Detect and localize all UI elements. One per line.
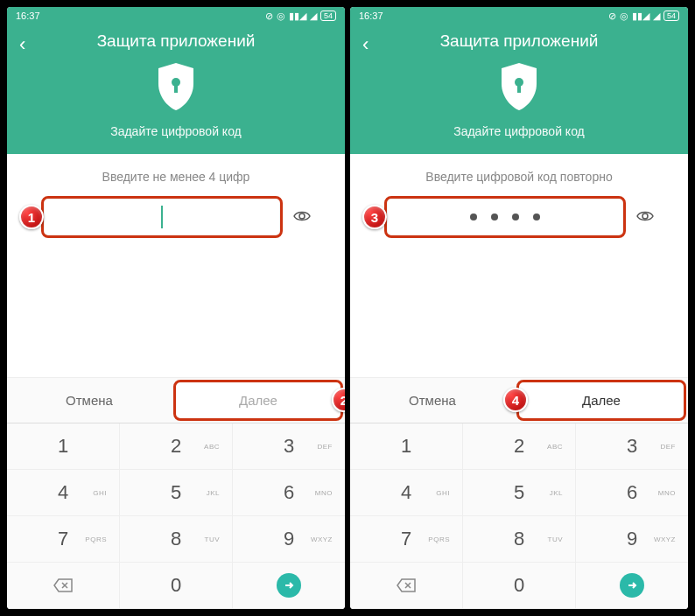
next-label: Далее: [582, 393, 621, 408]
key-9[interactable]: 9WXYZ: [576, 516, 688, 562]
signal-icon: ▮▮◢: [632, 10, 649, 22]
text-cursor: [161, 206, 163, 228]
svg-rect-1: [174, 84, 178, 93]
shield-icon: [155, 61, 197, 112]
wifi-icon: ◢: [653, 10, 660, 22]
key-4[interactable]: 4GHI: [7, 470, 120, 515]
status-icons: ⊘ ◎ ▮▮◢ ◢ 54: [608, 10, 679, 22]
back-button[interactable]: ‹: [19, 33, 25, 56]
key-row: 1 2ABC 3DEF: [350, 424, 688, 470]
phone-screen-1: 16:37 ⊘ ◎ ▮▮◢ ◢ 54 ‹ Защита приложений З…: [7, 7, 345, 609]
cancel-button[interactable]: Отмена: [7, 378, 172, 423]
key-row: 7PQRS 8TUV 9WXYZ: [7, 516, 345, 563]
svg-point-2: [299, 214, 305, 219]
key-3[interactable]: 3DEF: [233, 424, 345, 469]
header-subtitle: Задайте цифровой код: [19, 124, 333, 138]
key-1[interactable]: 1: [350, 424, 463, 469]
key-8[interactable]: 8TUV: [120, 516, 233, 562]
key-row: 4GHI 5JKL 6MNO: [350, 470, 688, 516]
pin-dot: [491, 214, 498, 220]
key-7[interactable]: 7PQRS: [350, 516, 463, 562]
signal-icon: ▮▮◢: [289, 10, 306, 22]
key-row: 1 2ABC 3DEF: [7, 424, 345, 470]
annotation-marker-1: 1: [19, 205, 44, 229]
key-5[interactable]: 5JKL: [463, 470, 576, 515]
pin-row: 1: [25, 196, 327, 238]
next-button[interactable]: 4 Далее: [516, 380, 686, 421]
key-0[interactable]: 0: [463, 563, 576, 608]
status-time: 16:37: [359, 10, 383, 21]
key-row: 0: [7, 563, 345, 609]
pin-dot: [533, 214, 540, 220]
key-2[interactable]: 2ABC: [463, 424, 576, 469]
content: Введите цифровой код повторно 3: [350, 154, 688, 254]
key-6[interactable]: 6MNO: [576, 470, 688, 515]
shield-icon: [498, 61, 540, 112]
status-time: 16:37: [16, 10, 40, 21]
prompt-text: Введите цифровой код повторно: [368, 170, 670, 184]
visibility-toggle-icon[interactable]: [636, 208, 654, 227]
pin-input[interactable]: [384, 196, 626, 238]
annotation-marker-3: 3: [362, 205, 387, 229]
keypad: 1 2ABC 3DEF 4GHI 5JKL 6MNO 7PQRS 8TUV 9W…: [350, 423, 688, 609]
svg-rect-4: [517, 84, 521, 93]
key-row: 7PQRS 8TUV 9WXYZ: [350, 516, 688, 563]
header: ‹ Защита приложений Задайте цифровой код: [350, 24, 688, 154]
key-7[interactable]: 7PQRS: [7, 516, 120, 562]
key-1[interactable]: 1: [7, 424, 120, 469]
svg-point-5: [642, 214, 648, 219]
key-9[interactable]: 9WXYZ: [233, 516, 345, 562]
dnd-icon: ◎: [620, 10, 628, 22]
content-area: Введите не менее 4 цифр 1 Отмена Далее 2: [7, 154, 345, 423]
next-button[interactable]: Далее 2: [173, 380, 343, 421]
key-8[interactable]: 8TUV: [463, 516, 576, 562]
dnd-icon: ◎: [277, 10, 285, 22]
battery-icon: 54: [320, 10, 336, 21]
content: Введите не менее 4 цифр 1: [7, 154, 345, 254]
page-title: Защита приложений: [362, 32, 676, 51]
status-bar: 16:37 ⊘ ◎ ▮▮◢ ◢ 54: [7, 7, 345, 24]
pin-dot: [470, 214, 477, 220]
annotation-marker-4: 4: [503, 388, 528, 412]
phone-screen-2: 16:37 ⊘ ◎ ▮▮◢ ◢ 54 ‹ Защита приложений З…: [350, 7, 688, 609]
enter-icon: [277, 573, 301, 598]
pin-input[interactable]: [41, 196, 283, 238]
status-bar: 16:37 ⊘ ◎ ▮▮◢ ◢ 54: [350, 7, 688, 24]
pin-dots: [470, 214, 540, 220]
prompt-text: Введите не менее 4 цифр: [25, 170, 327, 184]
backspace-key[interactable]: [7, 563, 120, 608]
key-row: 4GHI 5JKL 6MNO: [7, 470, 345, 516]
cancel-button[interactable]: Отмена: [350, 378, 515, 423]
pin-dot: [512, 214, 519, 220]
enter-key[interactable]: [576, 563, 688, 608]
pin-row: 3: [368, 196, 670, 238]
enter-key[interactable]: [233, 563, 345, 608]
battery-icon: 54: [663, 10, 679, 21]
page-title: Защита приложений: [19, 32, 333, 51]
header: ‹ Защита приложений Задайте цифровой код: [7, 24, 345, 154]
action-bar: Отмена Далее 2: [7, 377, 345, 423]
key-3[interactable]: 3DEF: [576, 424, 688, 469]
keypad: 1 2ABC 3DEF 4GHI 5JKL 6MNO 7PQRS 8TUV 9W…: [7, 423, 345, 609]
key-row: 0: [350, 563, 688, 609]
alarm-icon: ⊘: [608, 10, 616, 22]
key-2[interactable]: 2ABC: [120, 424, 233, 469]
next-label: Далее: [239, 393, 277, 408]
key-6[interactable]: 6MNO: [233, 470, 345, 515]
back-button[interactable]: ‹: [362, 33, 369, 56]
key-5[interactable]: 5JKL: [120, 470, 233, 515]
status-icons: ⊘ ◎ ▮▮◢ ◢ 54: [265, 10, 336, 22]
action-bar: Отмена 4 Далее: [350, 377, 688, 423]
annotation-marker-2: 2: [332, 388, 345, 412]
visibility-toggle-icon[interactable]: [293, 208, 311, 227]
key-0[interactable]: 0: [120, 563, 233, 608]
alarm-icon: ⊘: [265, 10, 273, 22]
content-area: Введите цифровой код повторно 3 Отмена: [350, 154, 688, 423]
wifi-icon: ◢: [310, 10, 317, 22]
key-4[interactable]: 4GHI: [350, 470, 463, 515]
backspace-key[interactable]: [350, 563, 463, 608]
header-subtitle: Задайте цифровой код: [362, 124, 676, 138]
enter-icon: [620, 573, 644, 598]
